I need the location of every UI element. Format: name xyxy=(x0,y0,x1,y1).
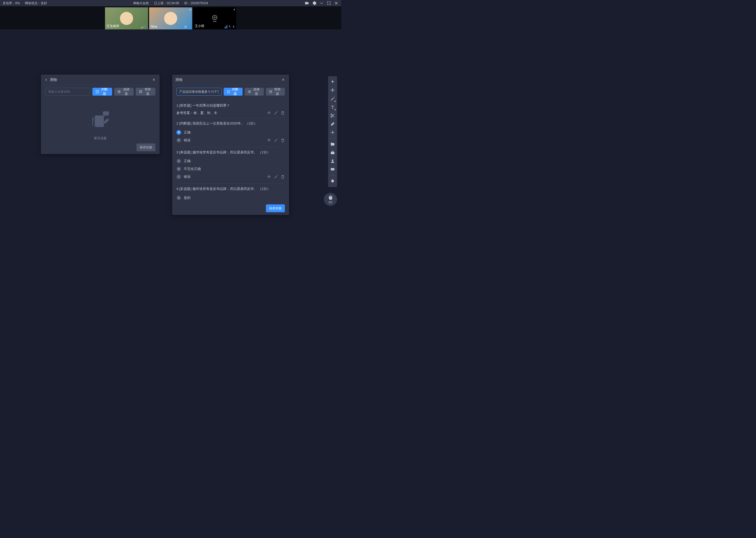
person-icon[interactable] xyxy=(329,157,336,165)
panel-toolbar: 判断题 选择题 简答题 xyxy=(172,85,289,98)
question-option[interactable]: B错误 xyxy=(176,138,191,143)
question-option[interactable]: C错误 xyxy=(176,175,191,179)
question-list[interactable]: 1 [简答题] 一年四季分别是哪四季？参考答案：春、夏、秋、冬 2 [判断题] … xyxy=(172,98,289,202)
move-tool-icon[interactable] xyxy=(329,87,336,94)
empty-quiz-icon xyxy=(88,108,112,132)
choice-question-button[interactable]: 选择题 xyxy=(114,88,134,96)
panel-title: 测验 xyxy=(175,78,281,82)
mic-muted-icon xyxy=(228,25,231,28)
question-actions xyxy=(267,138,285,142)
delete-icon[interactable] xyxy=(281,175,285,179)
bell-icon[interactable] xyxy=(329,178,336,185)
mic-icon xyxy=(188,25,191,28)
video-name: 王小明 xyxy=(195,24,204,28)
option-row: A正确 xyxy=(176,157,285,165)
edit-icon[interactable] xyxy=(274,175,278,179)
option-row: A是的 xyxy=(176,194,285,202)
camera-settings-icon[interactable] xyxy=(305,1,309,6)
toolbox-icon[interactable] xyxy=(329,149,336,156)
quiz-name-input[interactable] xyxy=(45,88,90,96)
hand-raise-badge[interactable]: 0/2 xyxy=(324,193,337,206)
svg-point-7 xyxy=(118,91,119,92)
tile-close-icon[interactable]: × xyxy=(189,8,191,12)
chat-icon[interactable] xyxy=(329,166,336,173)
elapsed-time: 已上课：02:34:09 xyxy=(154,1,179,6)
video-tile-teacher[interactable]: 叮当老师 xyxy=(105,7,148,29)
video-tile-student-2[interactable]: × 王小明 xyxy=(193,7,236,29)
button-label: 简答题 xyxy=(143,87,152,96)
divider xyxy=(330,138,336,138)
svg-point-16 xyxy=(249,91,250,92)
video-tile-student-1[interactable]: × Nina xyxy=(149,7,192,29)
eraser-tool-icon[interactable] xyxy=(329,120,336,128)
svg-point-25 xyxy=(332,169,333,170)
option-badge: C xyxy=(176,175,181,179)
video-indicators xyxy=(140,25,147,28)
question-item: 1 [简答题] 一年四季分别是哪四季？参考答案：春、夏、秋、冬 xyxy=(176,100,285,118)
button-label: 判断题 xyxy=(100,87,109,96)
folder-icon[interactable] xyxy=(329,140,336,148)
question-option[interactable]: A正确 xyxy=(176,130,191,135)
tile-close-icon[interactable]: × xyxy=(233,8,235,12)
option-badge: A xyxy=(176,130,181,135)
text-tool-icon[interactable] xyxy=(329,103,336,111)
option-label: 是的 xyxy=(184,195,191,200)
delete-icon[interactable] xyxy=(281,111,285,115)
choice-question-button[interactable]: 选择题 xyxy=(245,88,263,96)
session-id: ID：2020070324 xyxy=(184,1,208,6)
edit-icon[interactable] xyxy=(274,138,278,142)
scissors-tool-icon[interactable] xyxy=(329,112,336,119)
question-option[interactable]: A是的 xyxy=(176,195,191,200)
settings-icon[interactable] xyxy=(312,1,316,6)
move-icon[interactable] xyxy=(267,111,271,115)
empty-text: 暂无试题 xyxy=(94,136,107,140)
short-answer-button[interactable]: 简答题 xyxy=(266,88,285,96)
svg-point-26 xyxy=(333,169,334,170)
panel-header: 测验 × xyxy=(172,75,289,85)
minimize-icon[interactable] xyxy=(319,1,324,6)
option-label: 正确 xyxy=(184,159,191,163)
svg-point-12 xyxy=(106,113,106,114)
empty-state: 暂无试题 xyxy=(45,100,155,141)
quiz-panel-right: 测验 × 判断题 选择题 简答题 1 [简答题] 一年四季分别是哪四季？参考答案… xyxy=(172,75,289,215)
close-icon[interactable]: × xyxy=(151,77,157,82)
status-right xyxy=(305,1,339,6)
back-icon[interactable] xyxy=(44,78,48,82)
question-option[interactable]: A正确 xyxy=(176,159,191,163)
close-icon[interactable]: × xyxy=(281,77,286,82)
svg-point-20 xyxy=(332,132,333,133)
option-badge: B xyxy=(176,138,181,143)
judgment-question-button[interactable]: 判断题 xyxy=(92,88,112,96)
option-row: B错误 xyxy=(176,136,285,144)
video-name: 叮当老师 xyxy=(107,24,119,28)
question-title: 1 [简答题] 一年四季分别是哪四季？ xyxy=(176,103,285,108)
signal-icon xyxy=(140,26,143,28)
short-answer-button[interactable]: 简答题 xyxy=(136,88,155,96)
delete-icon[interactable] xyxy=(281,138,285,142)
cursor-tool-icon[interactable] xyxy=(329,78,336,86)
save-quiz-button[interactable]: 保存试卷 xyxy=(136,143,155,151)
question-item: 2 [判断题] 我国宪法上一次更新是在2020年。 （2分）A正确B错误 xyxy=(176,118,285,147)
save-quiz-button[interactable]: 保存试卷 xyxy=(266,204,285,212)
course-name: 神秘大自然 xyxy=(133,1,149,6)
option-row: C错误 xyxy=(176,173,285,181)
video-strip: 叮当老师 × Nina × 王小明 xyxy=(0,6,341,29)
question-item: 3 [单选题] 施华洛世奇是反华品牌，所以梁鼎琪反华。 （2分）A正确B不完全正… xyxy=(176,147,285,184)
answer-text: 参考答案：春、夏、秋、冬 xyxy=(176,111,217,115)
fullscreen-icon[interactable] xyxy=(327,1,331,6)
packet-loss: 丢包率：0% xyxy=(3,1,20,6)
edit-icon[interactable] xyxy=(274,111,278,115)
move-icon[interactable] xyxy=(267,175,271,179)
move-icon[interactable] xyxy=(267,138,271,142)
question-option[interactable]: B不完全正确 xyxy=(176,167,201,171)
panel-title: 测验 xyxy=(50,78,151,82)
button-label: 选择题 xyxy=(252,87,261,96)
judgment-question-button[interactable]: 判断题 xyxy=(224,88,243,96)
svg-rect-9 xyxy=(95,116,103,127)
brightness-tool-icon[interactable] xyxy=(329,129,336,136)
pen-tool-icon[interactable] xyxy=(329,95,336,102)
signal-icon xyxy=(184,25,187,28)
close-icon[interactable] xyxy=(334,1,339,6)
tool-palette xyxy=(328,76,337,187)
quiz-name-input[interactable] xyxy=(176,88,221,96)
